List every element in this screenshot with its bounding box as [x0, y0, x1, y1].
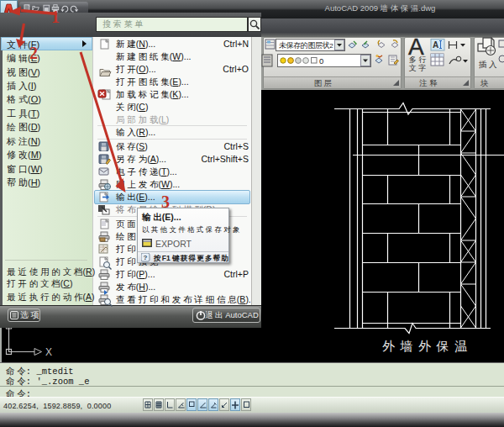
svg-text:1: 1 [51, 8, 60, 26]
svg-text:2: 2 [29, 44, 38, 62]
svg-text:3: 3 [161, 192, 170, 211]
